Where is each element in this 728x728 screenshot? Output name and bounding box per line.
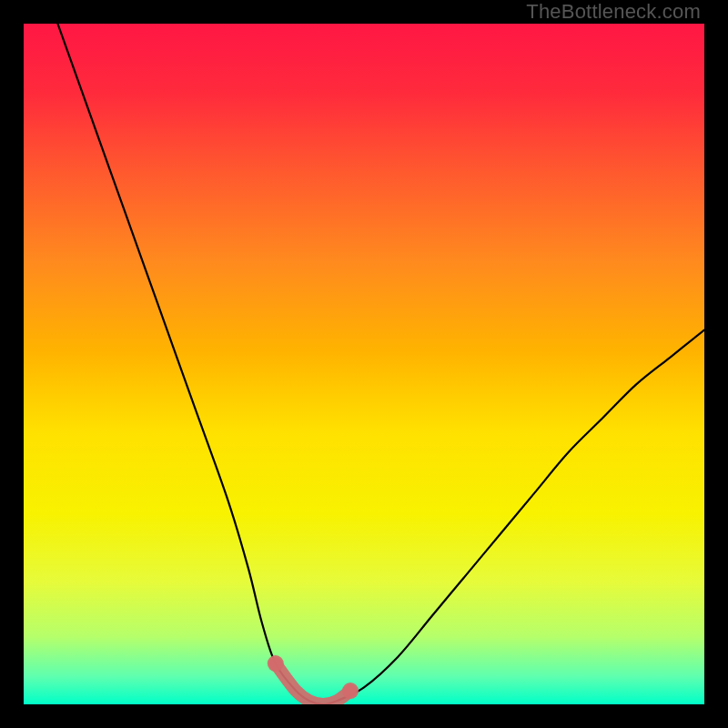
outer-frame: TheBottleneck.com	[0, 0, 728, 728]
svg-point-1	[268, 655, 284, 672]
svg-point-2	[342, 682, 359, 699]
watermark-text: TheBottleneck.com	[526, 0, 701, 24]
plot-area	[24, 24, 704, 704]
bottleneck-curve	[57, 24, 704, 704]
min-highlight	[276, 663, 350, 704]
chart-svg	[24, 24, 704, 704]
